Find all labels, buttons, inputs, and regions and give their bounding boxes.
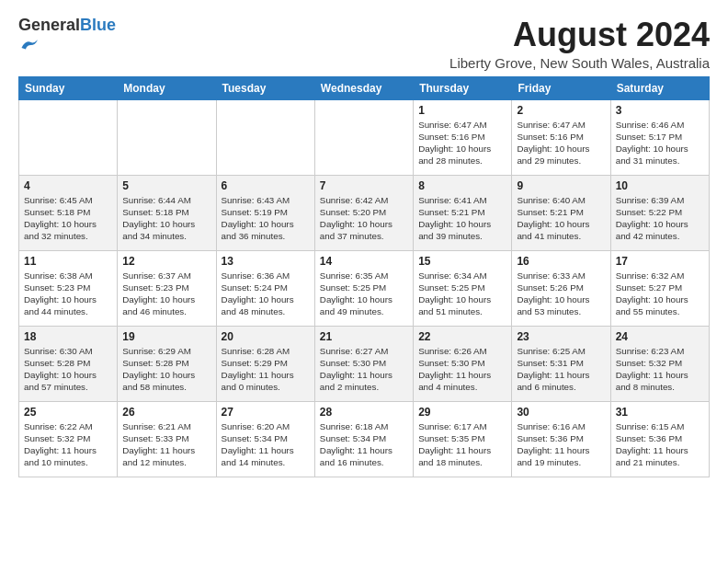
- cell-date: 6: [222, 179, 310, 192]
- calendar-cell: 14Sunrise: 6:35 AM Sunset: 5:25 PM Dayli…: [314, 250, 413, 326]
- week-row-1: 4Sunrise: 6:45 AM Sunset: 5:18 PM Daylig…: [19, 175, 710, 250]
- cell-date: 31: [616, 406, 704, 419]
- cell-date: 11: [24, 255, 112, 268]
- cell-info: Sunrise: 6:23 AM Sunset: 5:32 PM Dayligh…: [616, 345, 704, 394]
- cell-info: Sunrise: 6:20 AM Sunset: 5:34 PM Dayligh…: [222, 420, 310, 469]
- calendar-cell: 28Sunrise: 6:18 AM Sunset: 5:34 PM Dayli…: [314, 401, 413, 477]
- calendar-cell: 15Sunrise: 6:34 AM Sunset: 5:25 PM Dayli…: [414, 250, 512, 326]
- logo: GeneralBlue: [18, 17, 116, 59]
- calendar-cell: 17Sunrise: 6:32 AM Sunset: 5:27 PM Dayli…: [610, 250, 709, 326]
- calendar-cell: 23Sunrise: 6:25 AM Sunset: 5:31 PM Dayli…: [512, 326, 610, 401]
- cell-info: Sunrise: 6:40 AM Sunset: 5:21 PM Dayligh…: [517, 194, 605, 243]
- cell-info: Sunrise: 6:47 AM Sunset: 5:16 PM Dayligh…: [517, 119, 605, 167]
- cell-info: Sunrise: 6:43 AM Sunset: 5:19 PM Dayligh…: [222, 194, 310, 243]
- cell-info: Sunrise: 6:37 AM Sunset: 5:23 PM Dayligh…: [122, 270, 210, 318]
- calendar-cell: 25Sunrise: 6:22 AM Sunset: 5:32 PM Dayli…: [19, 401, 118, 477]
- calendar-header: SundayMondayTuesdayWednesdayThursdayFrid…: [19, 76, 710, 99]
- cell-date: 5: [122, 179, 210, 192]
- cell-date: 13: [222, 255, 310, 268]
- cell-date: 17: [616, 255, 704, 268]
- cell-date: 28: [320, 406, 408, 419]
- calendar-cell: 24Sunrise: 6:23 AM Sunset: 5:32 PM Dayli…: [610, 326, 709, 401]
- cell-info: Sunrise: 6:22 AM Sunset: 5:32 PM Dayligh…: [24, 420, 112, 469]
- page: GeneralBlue August 2024 Liberty Grove, N…: [0, 0, 728, 488]
- calendar-cell: 7Sunrise: 6:42 AM Sunset: 5:20 PM Daylig…: [314, 175, 413, 250]
- main-title: August 2024: [449, 17, 710, 53]
- calendar-cell: 2Sunrise: 6:47 AM Sunset: 5:16 PM Daylig…: [512, 99, 610, 175]
- cell-date: 1: [418, 104, 506, 117]
- calendar-cell: 31Sunrise: 6:15 AM Sunset: 5:36 PM Dayli…: [610, 401, 709, 477]
- calendar-cell: 1Sunrise: 6:47 AM Sunset: 5:16 PM Daylig…: [414, 99, 512, 175]
- cell-info: Sunrise: 6:35 AM Sunset: 5:25 PM Dayligh…: [320, 270, 408, 318]
- header: GeneralBlue August 2024 Liberty Grove, N…: [18, 17, 710, 71]
- cell-info: Sunrise: 6:18 AM Sunset: 5:34 PM Dayligh…: [320, 420, 408, 469]
- calendar-cell: 16Sunrise: 6:33 AM Sunset: 5:26 PM Dayli…: [512, 250, 610, 326]
- calendar-cell: 18Sunrise: 6:30 AM Sunset: 5:28 PM Dayli…: [19, 326, 118, 401]
- cell-date: 14: [320, 255, 408, 268]
- calendar-cell: 26Sunrise: 6:21 AM Sunset: 5:33 PM Dayli…: [118, 401, 216, 477]
- week-row-2: 11Sunrise: 6:38 AM Sunset: 5:23 PM Dayli…: [19, 250, 710, 326]
- cell-date: 8: [418, 179, 506, 192]
- cell-date: 29: [418, 406, 506, 419]
- cell-date: 10: [616, 179, 704, 192]
- cell-info: Sunrise: 6:45 AM Sunset: 5:18 PM Dayligh…: [24, 194, 112, 243]
- calendar-cell: 8Sunrise: 6:41 AM Sunset: 5:21 PM Daylig…: [414, 175, 512, 250]
- calendar-cell: 30Sunrise: 6:16 AM Sunset: 5:36 PM Dayli…: [512, 401, 610, 477]
- column-header-friday: Friday: [512, 76, 610, 99]
- calendar-body: 1Sunrise: 6:47 AM Sunset: 5:16 PM Daylig…: [19, 99, 710, 477]
- calendar-cell: 27Sunrise: 6:20 AM Sunset: 5:34 PM Dayli…: [216, 401, 314, 477]
- column-header-sunday: Sunday: [19, 76, 118, 99]
- cell-info: Sunrise: 6:27 AM Sunset: 5:30 PM Dayligh…: [320, 345, 408, 394]
- cell-info: Sunrise: 6:16 AM Sunset: 5:36 PM Dayligh…: [517, 420, 605, 469]
- column-header-saturday: Saturday: [610, 76, 709, 99]
- cell-info: Sunrise: 6:34 AM Sunset: 5:25 PM Dayligh…: [418, 270, 506, 318]
- logo-general: General: [18, 16, 80, 34]
- cell-date: 12: [122, 255, 210, 268]
- cell-date: 30: [517, 406, 605, 419]
- cell-date: 20: [222, 330, 310, 343]
- week-row-0: 1Sunrise: 6:47 AM Sunset: 5:16 PM Daylig…: [19, 99, 710, 175]
- cell-info: Sunrise: 6:33 AM Sunset: 5:26 PM Dayligh…: [517, 270, 605, 318]
- calendar-cell: 5Sunrise: 6:44 AM Sunset: 5:18 PM Daylig…: [118, 175, 216, 250]
- title-block: August 2024 Liberty Grove, New South Wal…: [449, 17, 710, 71]
- cell-info: Sunrise: 6:25 AM Sunset: 5:31 PM Dayligh…: [517, 345, 605, 394]
- cell-info: Sunrise: 6:28 AM Sunset: 5:29 PM Dayligh…: [222, 345, 310, 394]
- calendar-table: SundayMondayTuesdayWednesdayThursdayFrid…: [18, 76, 710, 477]
- cell-info: Sunrise: 6:17 AM Sunset: 5:35 PM Dayligh…: [418, 420, 506, 469]
- cell-date: 27: [222, 406, 310, 419]
- calendar-cell: [19, 99, 118, 175]
- calendar-cell: 13Sunrise: 6:36 AM Sunset: 5:24 PM Dayli…: [216, 250, 314, 326]
- calendar-cell: 3Sunrise: 6:46 AM Sunset: 5:17 PM Daylig…: [610, 99, 709, 175]
- calendar-cell: 10Sunrise: 6:39 AM Sunset: 5:22 PM Dayli…: [610, 175, 709, 250]
- calendar-cell: [118, 99, 216, 175]
- cell-info: Sunrise: 6:29 AM Sunset: 5:28 PM Dayligh…: [122, 345, 210, 394]
- cell-date: 4: [24, 179, 112, 192]
- cell-info: Sunrise: 6:46 AM Sunset: 5:17 PM Dayligh…: [616, 119, 704, 167]
- cell-info: Sunrise: 6:38 AM Sunset: 5:23 PM Dayligh…: [24, 270, 112, 318]
- calendar-cell: 19Sunrise: 6:29 AM Sunset: 5:28 PM Dayli…: [118, 326, 216, 401]
- cell-info: Sunrise: 6:47 AM Sunset: 5:16 PM Dayligh…: [418, 119, 506, 167]
- cell-date: 26: [122, 406, 210, 419]
- calendar-cell: 12Sunrise: 6:37 AM Sunset: 5:23 PM Dayli…: [118, 250, 216, 326]
- calendar-cell: [314, 99, 413, 175]
- cell-date: 19: [122, 330, 210, 343]
- calendar-cell: 29Sunrise: 6:17 AM Sunset: 5:35 PM Dayli…: [414, 401, 512, 477]
- logo-bird-icon: [20, 35, 40, 55]
- cell-date: 21: [320, 330, 408, 343]
- cell-info: Sunrise: 6:42 AM Sunset: 5:20 PM Dayligh…: [320, 194, 408, 243]
- cell-info: Sunrise: 6:15 AM Sunset: 5:36 PM Dayligh…: [616, 420, 704, 469]
- header-row: SundayMondayTuesdayWednesdayThursdayFrid…: [19, 76, 710, 99]
- calendar-cell: 20Sunrise: 6:28 AM Sunset: 5:29 PM Dayli…: [216, 326, 314, 401]
- cell-info: Sunrise: 6:32 AM Sunset: 5:27 PM Dayligh…: [616, 270, 704, 318]
- subtitle: Liberty Grove, New South Wales, Australi…: [449, 55, 710, 71]
- calendar-cell: 22Sunrise: 6:26 AM Sunset: 5:30 PM Dayli…: [414, 326, 512, 401]
- calendar-cell: 21Sunrise: 6:27 AM Sunset: 5:30 PM Dayli…: [314, 326, 413, 401]
- cell-info: Sunrise: 6:44 AM Sunset: 5:18 PM Dayligh…: [122, 194, 210, 243]
- cell-date: 24: [616, 330, 704, 343]
- calendar-cell: [216, 99, 314, 175]
- cell-info: Sunrise: 6:21 AM Sunset: 5:33 PM Dayligh…: [122, 420, 210, 469]
- week-row-3: 18Sunrise: 6:30 AM Sunset: 5:28 PM Dayli…: [19, 326, 710, 401]
- column-header-monday: Monday: [118, 76, 216, 99]
- cell-date: 2: [517, 104, 605, 117]
- cell-info: Sunrise: 6:41 AM Sunset: 5:21 PM Dayligh…: [418, 194, 506, 243]
